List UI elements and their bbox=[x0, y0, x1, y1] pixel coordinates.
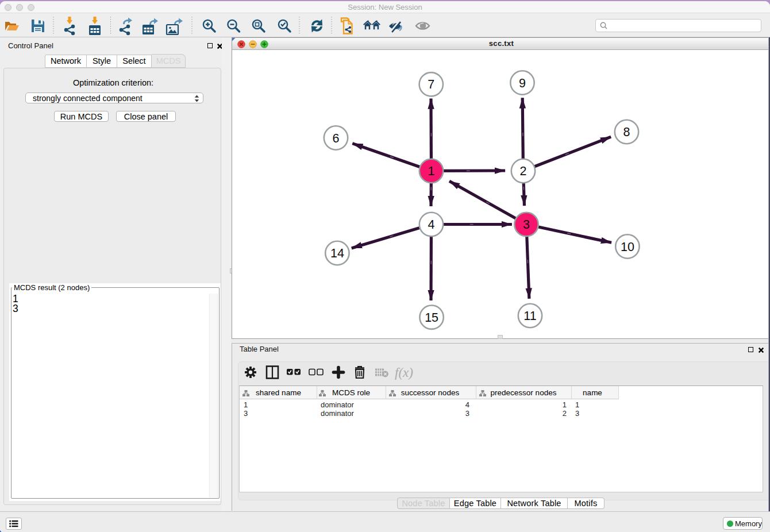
svg-text:7: 7 bbox=[428, 78, 434, 91]
svg-text:9: 9 bbox=[519, 76, 526, 90]
svg-text:14: 14 bbox=[330, 246, 344, 260]
svg-text:15: 15 bbox=[425, 311, 438, 325]
svg-text:11: 11 bbox=[523, 309, 536, 323]
svg-text:10: 10 bbox=[621, 240, 634, 254]
svg-text:4: 4 bbox=[428, 218, 435, 232]
svg-text:6: 6 bbox=[333, 132, 340, 145]
svg-text:2: 2 bbox=[520, 164, 527, 178]
svg-text:8: 8 bbox=[623, 125, 630, 139]
svg-text:3: 3 bbox=[523, 218, 530, 232]
svg-text:1: 1 bbox=[428, 164, 435, 178]
svg-text:f(x): f(x) bbox=[395, 365, 413, 380]
